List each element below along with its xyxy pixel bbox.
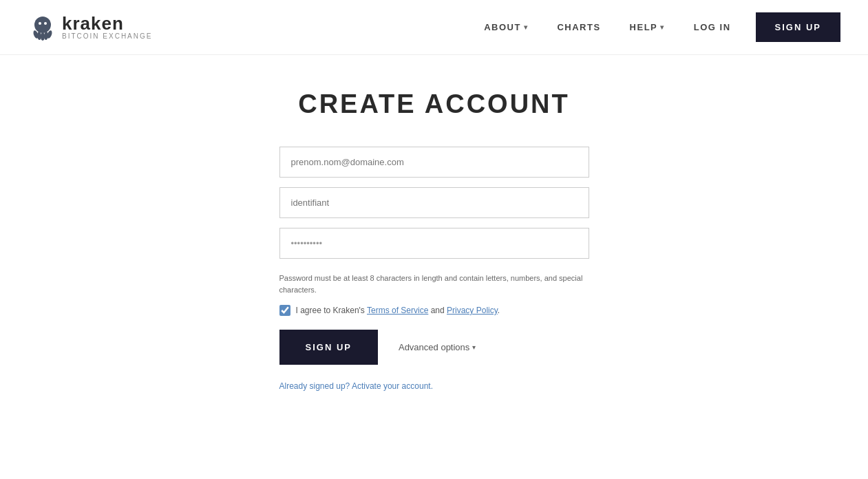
logo[interactable]: kraken bitcoin exchange xyxy=(28,12,152,43)
password-input[interactable] xyxy=(279,228,589,259)
nav-login[interactable]: LOG IN xyxy=(683,15,742,39)
site-header: kraken bitcoin exchange ABOUT ▾ CHARTS H… xyxy=(0,0,868,55)
terms-agreement-row: I agree to Kraken's Terms of Service and… xyxy=(279,305,589,316)
form-actions: SIGN UP Advanced options ▾ xyxy=(279,330,589,365)
create-account-form: Password must be at least 8 characters i… xyxy=(279,147,589,391)
username-input[interactable] xyxy=(279,187,589,218)
email-field-wrapper xyxy=(279,147,589,178)
main-nav: ABOUT ▾ CHARTS HELP ▾ LOG IN SIGN UP xyxy=(473,12,840,42)
email-input[interactable] xyxy=(279,147,589,178)
activate-account-link[interactable]: Already signed up? Activate your account… xyxy=(279,381,589,391)
about-dropdown-icon: ▾ xyxy=(524,23,529,31)
signup-button[interactable]: SIGN UP xyxy=(279,330,378,365)
terms-checkbox[interactable] xyxy=(279,305,290,316)
terms-of-service-link[interactable]: Terms of Service xyxy=(367,306,428,315)
advanced-options-toggle[interactable]: Advanced options ▾ xyxy=(399,342,476,352)
nav-about[interactable]: ABOUT ▾ xyxy=(473,15,539,39)
nav-charts[interactable]: CHARTS xyxy=(546,15,611,39)
logo-text: kraken bitcoin exchange xyxy=(62,14,152,40)
nav-signup-button[interactable]: SIGN UP xyxy=(756,12,840,42)
main-content: CREATE ACCOUNT Password must be at least… xyxy=(0,55,868,391)
privacy-policy-link[interactable]: Privacy Policy xyxy=(447,306,498,315)
svg-point-0 xyxy=(34,17,51,33)
svg-point-7 xyxy=(44,22,47,25)
kraken-logo-icon xyxy=(28,12,58,43)
page-title: CREATE ACCOUNT xyxy=(298,89,570,119)
advanced-options-arrow-icon: ▾ xyxy=(472,343,476,351)
logo-name: kraken xyxy=(62,14,152,32)
username-field-wrapper xyxy=(279,187,589,218)
password-field-wrapper xyxy=(279,228,589,259)
terms-text: I agree to Kraken's Terms of Service and… xyxy=(296,306,500,315)
help-dropdown-icon: ▾ xyxy=(660,23,665,31)
logo-subtitle: bitcoin exchange xyxy=(62,32,152,40)
svg-point-6 xyxy=(39,22,41,25)
nav-help[interactable]: HELP ▾ xyxy=(619,15,676,39)
password-hint: Password must be at least 8 characters i… xyxy=(279,273,589,295)
